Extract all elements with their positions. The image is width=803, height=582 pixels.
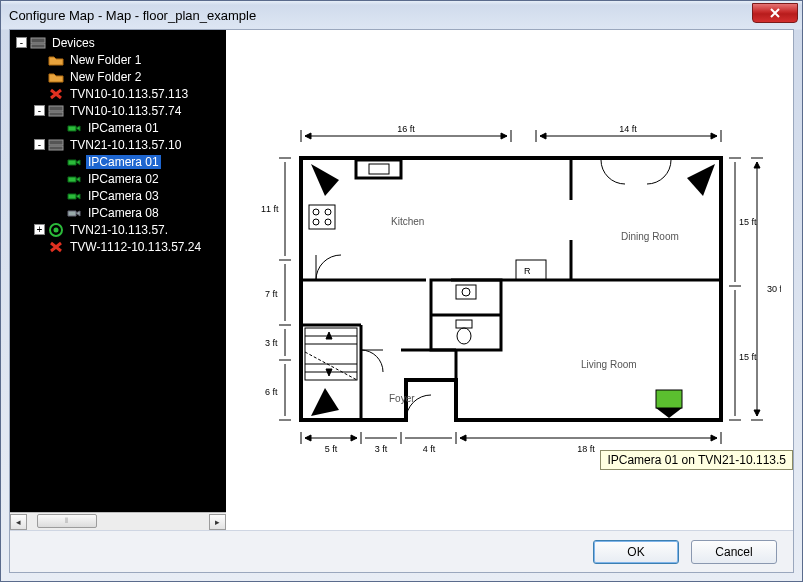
- cam-green-icon: [66, 172, 82, 186]
- titlebar[interactable]: Configure Map - Map - floor_plan_example: [1, 1, 802, 29]
- tree-item-label: IPCamera 01: [86, 155, 161, 169]
- svg-marker-83: [311, 164, 339, 196]
- tree-item[interactable]: IPCamera 08: [10, 204, 226, 221]
- tree-item-label: New Folder 2: [68, 70, 143, 84]
- device-icon: [48, 138, 64, 152]
- svg-marker-16: [540, 133, 546, 139]
- content-row: -DevicesNew Folder 1New Folder 2TVN10-10…: [10, 30, 793, 530]
- tree-item-label: IPCamera 01: [86, 121, 161, 135]
- client-area: -DevicesNew Folder 1New Folder 2TVN10-10…: [9, 29, 794, 573]
- tree-item-label: New Folder 1: [68, 53, 143, 67]
- cam-gray-icon: [66, 206, 82, 220]
- x-icon: [48, 240, 64, 254]
- tree-item[interactable]: New Folder 2: [10, 68, 226, 85]
- svg-marker-48: [460, 435, 466, 441]
- dialog-button-row: OK Cancel: [10, 530, 793, 572]
- dim-bottom-3: 4 ft: [423, 444, 436, 454]
- dim-top-right: 14 ft: [619, 124, 637, 134]
- tree-item[interactable]: -TVN21-10.113.57.10: [10, 136, 226, 153]
- dim-right-total: 30 ft: [767, 284, 781, 294]
- svg-rect-1: [31, 44, 45, 48]
- svg-marker-85: [311, 388, 339, 416]
- svg-rect-86: [656, 390, 682, 408]
- dim-left-lower2: 6 ft: [265, 387, 278, 397]
- svg-rect-5: [49, 146, 63, 150]
- map-camera-kitchen[interactable]: [311, 164, 339, 196]
- room-r-label: R: [524, 266, 531, 276]
- tree-item[interactable]: IPCamera 03: [10, 187, 226, 204]
- x-icon: [48, 87, 64, 101]
- scroll-thumb[interactable]: ⦀: [37, 514, 97, 528]
- dim-bottom-1: 5 ft: [325, 444, 338, 454]
- tree-item[interactable]: IPCamera 01: [10, 153, 226, 170]
- tree-item[interactable]: TVW-1112-10.113.57.24: [10, 238, 226, 255]
- close-button[interactable]: [752, 3, 798, 23]
- svg-point-7: [54, 227, 59, 232]
- record-icon: [48, 223, 64, 237]
- tree-item[interactable]: IPCamera 02: [10, 170, 226, 187]
- svg-marker-17: [711, 133, 717, 139]
- svg-rect-70: [456, 285, 476, 299]
- tree-item[interactable]: +TVN21-10.113.57.: [10, 221, 226, 238]
- map-camera-foyer[interactable]: [311, 388, 339, 416]
- expand-icon[interactable]: +: [34, 224, 45, 235]
- camera-tooltip: IPCamera 01 on TVN21-10.113.5: [600, 450, 793, 470]
- svg-rect-2: [49, 106, 63, 111]
- dim-left-lower1: 3 ft: [265, 338, 278, 348]
- collapse-icon[interactable]: -: [34, 105, 45, 116]
- room-kitchen-label: Kitchen: [391, 216, 424, 227]
- tree-item-label: TVW-1112-10.113.57.24: [68, 240, 203, 254]
- cam-green-icon: [66, 189, 82, 203]
- ok-button[interactable]: OK: [593, 540, 679, 564]
- svg-marker-12: [501, 133, 507, 139]
- tree-horizontal-scrollbar[interactable]: ◂ ⦀ ▸: [10, 512, 226, 530]
- tree-item[interactable]: -Devices: [10, 34, 226, 51]
- dim-bottom-4: 18 ft: [577, 444, 595, 454]
- svg-marker-46: [305, 435, 311, 441]
- dim-left-upper: 11 ft: [261, 204, 279, 214]
- tree-item-label: Devices: [50, 36, 97, 50]
- svg-rect-62: [369, 164, 389, 174]
- scroll-left-button[interactable]: ◂: [10, 514, 27, 530]
- folder-icon: [48, 53, 64, 67]
- tree-item[interactable]: -TVN10-10.113.57.74: [10, 102, 226, 119]
- tree-item-label: IPCamera 08: [86, 206, 161, 220]
- room-foyer-label: Foyer: [389, 393, 415, 404]
- svg-rect-3: [49, 112, 63, 116]
- window-title: Configure Map - Map - floor_plan_example: [9, 8, 752, 23]
- collapse-icon[interactable]: -: [16, 37, 27, 48]
- tree-item[interactable]: TVN10-10.113.57.113: [10, 85, 226, 102]
- svg-point-67: [325, 219, 331, 225]
- tree-item-label: TVN21-10.113.57.10: [68, 138, 183, 152]
- cancel-button[interactable]: Cancel: [691, 540, 777, 564]
- tree-item[interactable]: IPCamera 01: [10, 119, 226, 136]
- svg-point-71: [462, 288, 470, 296]
- svg-point-64: [313, 209, 319, 215]
- tree-item-label: TVN10-10.113.57.74: [68, 104, 183, 118]
- map-camera-dining[interactable]: [687, 164, 715, 196]
- dim-bottom-2: 3 ft: [375, 444, 388, 454]
- configure-map-dialog: Configure Map - Map - floor_plan_example…: [0, 0, 803, 582]
- svg-point-69: [457, 328, 471, 344]
- scroll-right-button[interactable]: ▸: [209, 514, 226, 530]
- collapse-icon[interactable]: -: [34, 139, 45, 150]
- tree-item[interactable]: New Folder 1: [10, 51, 226, 68]
- map-camera-living-selected[interactable]: [656, 390, 682, 418]
- svg-point-65: [325, 209, 331, 215]
- svg-rect-68: [456, 320, 472, 328]
- tree-item-label: IPCamera 03: [86, 189, 161, 203]
- device-tree[interactable]: -DevicesNew Folder 1New Folder 2TVN10-10…: [10, 30, 226, 512]
- dim-top-left: 16 ft: [397, 124, 415, 134]
- room-dining-label: Dining Room: [621, 231, 679, 242]
- svg-marker-21: [754, 162, 760, 168]
- map-canvas[interactable]: 16 ft 14 ft: [226, 30, 793, 530]
- floor-plan: 16 ft 14 ft: [261, 120, 781, 470]
- dim-left-mid: 7 ft: [265, 289, 278, 299]
- svg-marker-47: [351, 435, 357, 441]
- room-living-label: Living Room: [581, 359, 637, 370]
- svg-marker-49: [711, 435, 717, 441]
- svg-rect-4: [49, 140, 63, 145]
- tree-item-label: TVN10-10.113.57.113: [68, 87, 190, 101]
- dim-right-upper: 15 ft: [739, 217, 757, 227]
- scroll-track[interactable]: ⦀: [27, 514, 209, 530]
